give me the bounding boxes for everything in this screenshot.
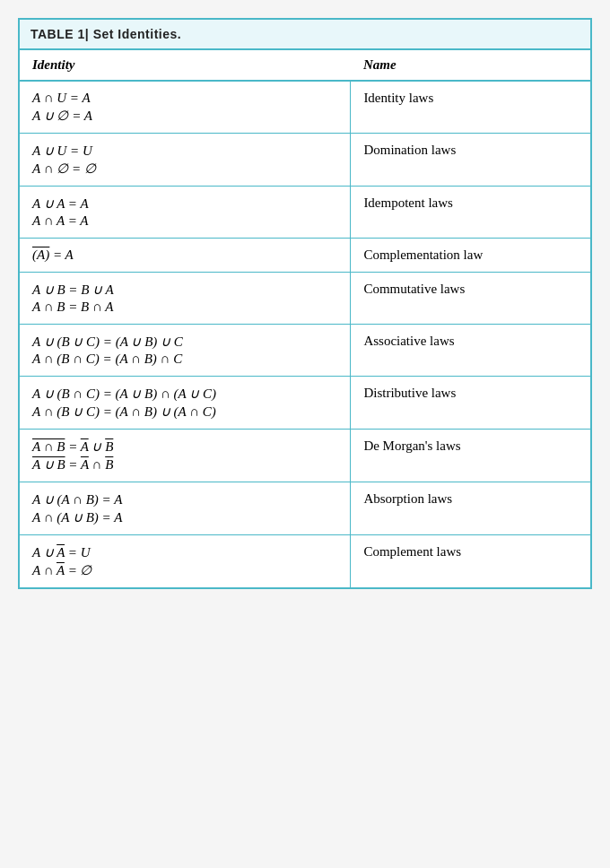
set-identities-table: TABLE 1| Set Identities. Identity Name A… (18, 18, 592, 589)
formula: A ∪ (A ∩ B) = A (32, 491, 337, 508)
name-cell-de-morgan-laws: De Morgan's laws (351, 430, 590, 482)
column-header-name: Name (351, 50, 590, 81)
name-cell-absorption-laws: Absorption laws (351, 482, 590, 535)
name-cell-complementation-law: Complementation law (351, 239, 590, 273)
identity-cell-complement-laws: A ∪ A = U A ∩ A = ∅ (20, 535, 351, 588)
table-row: A ∪ (B ∩ C) = (A ∪ B) ∩ (A ∪ C) A ∩ (B ∪… (20, 377, 590, 430)
table-row: A ∪ A = U A ∩ A = ∅ Complement laws (20, 535, 590, 588)
formula: A ∩ A = ∅ (32, 562, 337, 578)
identity-cell-de-morgan-laws: A ∩ B = A ∪ B A ∪ B = A ∩ B (20, 430, 351, 482)
identity-cell-domination-laws: A ∪ U = U A ∩ ∅ = ∅ (20, 134, 351, 187)
identity-cell-associative-laws: A ∪ (B ∪ C) = (A ∪ B) ∪ C A ∩ (B ∩ C) = … (20, 325, 351, 377)
table-row: A ∪ B = B ∪ A A ∩ B = B ∩ A Commutative … (20, 273, 590, 325)
law-name: Identity laws (363, 91, 433, 105)
formula: A ∪ B = B ∪ A (32, 282, 337, 298)
name-cell-idempotent-laws: Idempotent laws (351, 187, 590, 239)
law-name: Absorption laws (363, 491, 452, 506)
name-cell-domination-laws: Domination laws (351, 134, 590, 187)
law-name: De Morgan's laws (363, 438, 460, 453)
formula: A ∩ (B ∩ C) = (A ∩ B) ∩ C (32, 352, 337, 367)
title-separator: | (85, 27, 89, 41)
formula: A ∩ (A ∪ B) = A (32, 509, 337, 525)
identity-cell-identity-laws: A ∩ U = A A ∪ ∅ = A (20, 81, 351, 134)
law-name: Complement laws (363, 544, 461, 559)
formula: A ∩ U = A (32, 91, 337, 106)
formula: A ∩ B = B ∩ A (32, 299, 337, 315)
formula: A ∩ B = A ∪ B (32, 438, 337, 455)
formula: A ∪ U = U (32, 143, 337, 159)
formula: A ∪ A = U (32, 544, 337, 560)
formula: A ∩ A = A (32, 213, 337, 229)
table-row: A ∪ (B ∪ C) = (A ∪ B) ∪ C A ∩ (B ∩ C) = … (20, 325, 590, 377)
table-row: A ∩ U = A A ∪ ∅ = A Identity laws (20, 81, 590, 134)
law-name: Domination laws (363, 143, 456, 157)
table-row: A ∪ (A ∩ B) = A A ∩ (A ∪ B) = A Absorpti… (20, 482, 590, 535)
law-name: Idempotent laws (363, 195, 453, 210)
formula: A ∪ ∅ = A (32, 108, 337, 124)
name-cell-distributive-laws: Distributive laws (351, 377, 590, 430)
formula: (A) = A (32, 247, 337, 263)
identity-cell-absorption-laws: A ∪ (A ∩ B) = A A ∩ (A ∪ B) = A (20, 482, 351, 535)
name-cell-associative-laws: Associative laws (351, 325, 590, 377)
name-cell-commutative-laws: Commutative laws (351, 273, 590, 325)
identity-cell-distributive-laws: A ∪ (B ∩ C) = (A ∪ B) ∩ (A ∪ C) A ∩ (B ∪… (20, 377, 351, 430)
table-number: TABLE 1 (30, 27, 85, 41)
law-name: Associative laws (363, 334, 454, 348)
table-row: A ∪ U = U A ∩ ∅ = ∅ Domination laws (20, 134, 590, 187)
identity-cell-commutative-laws: A ∪ B = B ∪ A A ∩ B = B ∩ A (20, 273, 351, 325)
table-row: A ∩ B = A ∪ B A ∪ B = A ∩ B (20, 430, 590, 482)
name-cell-identity-laws: Identity laws (351, 81, 590, 134)
name-cell-complement-laws: Complement laws (351, 535, 590, 588)
identity-cell-complementation-law: (A) = A (20, 239, 351, 273)
table-row: (A) = A Complementation law (20, 239, 590, 273)
formula: A ∪ (B ∩ C) = (A ∪ B) ∩ (A ∪ C) (32, 386, 337, 402)
table-subtitle: Set Identities. (93, 27, 182, 41)
formula: A ∪ (B ∪ C) = (A ∪ B) ∪ C (32, 334, 337, 350)
formula: A ∪ B = A ∩ B (32, 456, 337, 473)
formula: A ∩ (B ∪ C) = (A ∩ B) ∪ (A ∩ C) (32, 404, 337, 420)
table-title: TABLE 1| Set Identities. (20, 20, 590, 50)
law-name: Distributive laws (363, 386, 456, 400)
formula: A ∩ ∅ = ∅ (32, 161, 337, 177)
column-header-identity: Identity (20, 50, 351, 81)
law-name: Complementation law (363, 247, 483, 262)
identity-cell-idempotent-laws: A ∪ A = A A ∩ A = A (20, 187, 351, 239)
law-name: Commutative laws (363, 282, 465, 296)
formula: A ∪ A = A (32, 195, 337, 212)
table-row: A ∪ A = A A ∩ A = A Idempotent laws (20, 187, 590, 239)
